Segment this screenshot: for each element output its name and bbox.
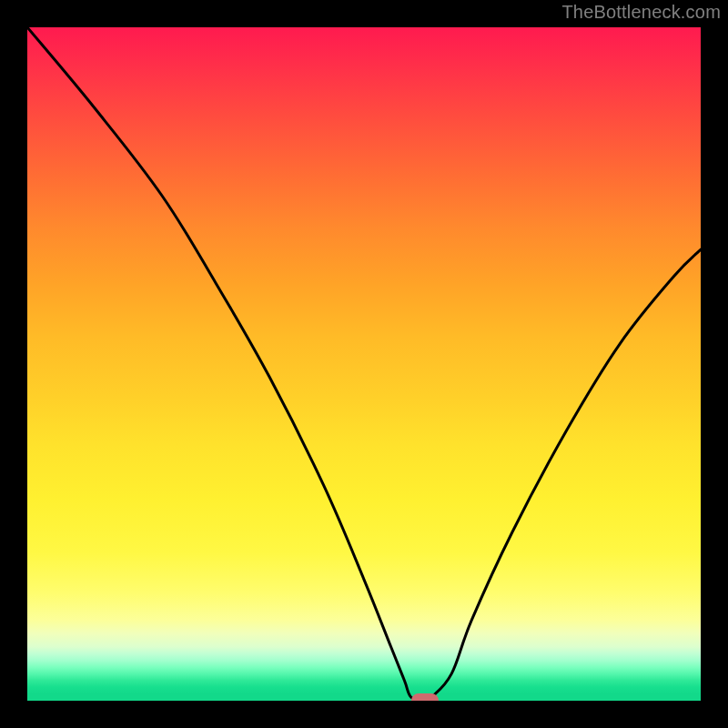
plot-area (27, 27, 701, 701)
bottleneck-curve (27, 27, 701, 701)
watermark-text: TheBottleneck.com (561, 2, 721, 23)
minimum-marker (411, 693, 439, 701)
chart-container: TheBottleneck.com (0, 0, 728, 728)
curve-svg (27, 27, 701, 701)
